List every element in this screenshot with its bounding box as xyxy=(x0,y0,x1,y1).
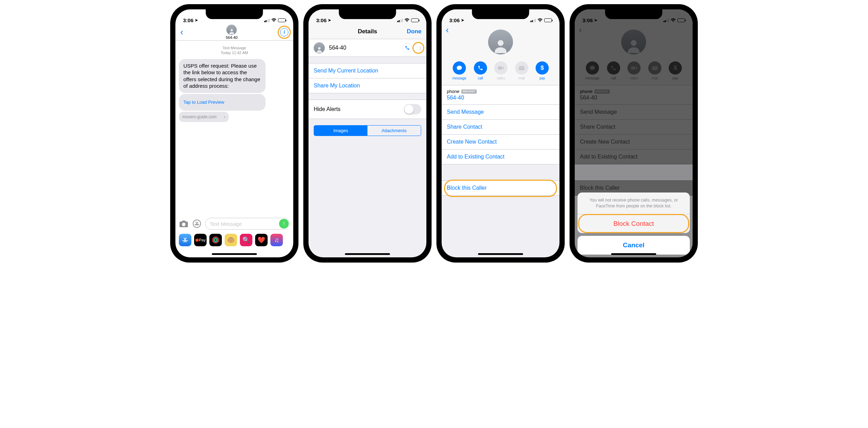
message-input[interactable]: Text Message↑ xyxy=(205,218,290,230)
input-bar: Text Message↑ xyxy=(175,215,293,232)
camera-icon[interactable] xyxy=(179,219,189,229)
contact-row[interactable]: 564-40 › xyxy=(309,39,426,57)
sheet-message: You will not receive phone calls, messag… xyxy=(578,192,690,214)
status-time: 3:06 xyxy=(316,17,327,23)
home-indicator[interactable] xyxy=(611,253,656,255)
message-action[interactable] xyxy=(453,61,466,75)
app-icon[interactable] xyxy=(209,234,222,246)
location-icon: ➤ xyxy=(328,18,331,23)
add-existing-cell[interactable]: Add to Existing Contact xyxy=(442,149,559,164)
notch xyxy=(472,9,529,19)
message-meta: Text MessageToday 11:42 AM xyxy=(179,45,290,55)
notch xyxy=(206,9,263,19)
video-action xyxy=(494,61,507,75)
home-indicator[interactable] xyxy=(345,253,390,255)
phone-mockup-4: 3:06➤ ‹ message call video mail $pay pho… xyxy=(570,4,698,263)
battery-icon xyxy=(411,18,419,22)
signal-icon xyxy=(264,19,270,22)
app-dock[interactable]: 🍎Pay 🐵 🔍 ❤️ ♫ xyxy=(175,232,293,248)
phone-mockup-2: 3:06➤ Details Done 564-40 › Send My Curr… xyxy=(303,4,432,263)
animoji-icon[interactable]: 🐵 xyxy=(225,234,237,246)
contact-name: 564-40 xyxy=(226,35,237,40)
wifi-icon xyxy=(271,17,277,23)
message-bubble[interactable]: USPS offer request: Please use the link … xyxy=(179,59,266,93)
highlight-ring xyxy=(578,214,689,233)
contact-actions: message call video mail $pay xyxy=(442,59,559,85)
back-button[interactable]: ‹ xyxy=(180,27,183,37)
wifi-icon xyxy=(537,17,543,23)
action-label: video xyxy=(494,76,507,80)
highlight-ring xyxy=(444,180,557,197)
preview-bubble[interactable]: Tap to Load Preview xyxy=(179,94,266,111)
send-message-cell[interactable]: Send Message xyxy=(442,105,559,120)
send-location-cell[interactable]: Send My Current Location xyxy=(309,63,426,78)
contact-label: 564-40 xyxy=(329,45,346,51)
send-button[interactable]: ↑ xyxy=(279,219,289,229)
phone-number: 564-40 xyxy=(447,95,554,101)
cancel-button[interactable]: Cancel xyxy=(578,236,690,255)
signal-icon xyxy=(530,19,536,22)
pay-action[interactable]: $ xyxy=(536,61,549,75)
battery-icon xyxy=(278,18,286,22)
nav-bar: ‹ 564-40 i xyxy=(175,24,293,41)
action-label: message xyxy=(452,76,467,80)
location-icon: ➤ xyxy=(461,18,464,23)
nav-bar: Details Done xyxy=(309,24,426,39)
share-location-cell[interactable]: Share My Location xyxy=(309,78,426,93)
mail-action xyxy=(515,61,528,75)
svg-point-3 xyxy=(215,239,217,241)
action-sheet: You will not receive phone calls, messag… xyxy=(575,190,693,257)
contact-avatar[interactable] xyxy=(226,25,237,35)
back-button[interactable]: ‹ xyxy=(446,25,449,35)
home-indicator[interactable] xyxy=(478,253,523,255)
home-indicator[interactable] xyxy=(212,253,257,255)
phone-mockup-1: 3:06➤ ‹ 564-40 i Text MessageToday 11:42… xyxy=(170,4,298,263)
app-icon[interactable]: ❤️ xyxy=(255,234,268,246)
notch xyxy=(605,9,662,19)
done-button[interactable]: Done xyxy=(407,28,422,35)
action-label: pay xyxy=(536,76,549,80)
action-label: call xyxy=(474,76,487,80)
svg-rect-5 xyxy=(519,66,524,70)
chat-area: Text MessageToday 11:42 AM USPS offer re… xyxy=(175,41,293,127)
notch xyxy=(339,9,396,19)
hide-alerts-cell: Hide Alerts xyxy=(309,100,426,119)
hide-alerts-toggle[interactable] xyxy=(404,104,421,114)
seg-images[interactable]: Images xyxy=(314,126,367,136)
create-contact-cell[interactable]: Create New Contact xyxy=(442,135,559,149)
apple-pay-icon[interactable]: 🍎Pay xyxy=(194,234,207,246)
link-preview[interactable]: movers-guide.com› xyxy=(179,112,229,122)
status-time: 3:06 xyxy=(449,17,460,23)
call-action[interactable] xyxy=(474,61,487,75)
svg-point-2 xyxy=(214,238,218,242)
highlight-ring xyxy=(413,42,424,54)
recent-badge: RECENT xyxy=(461,89,477,94)
wifi-icon xyxy=(404,17,410,23)
app-icon[interactable] xyxy=(179,234,191,246)
share-contact-cell[interactable]: Share Contact xyxy=(442,120,559,135)
battery-icon xyxy=(544,18,552,22)
status-time: 3:06 xyxy=(183,17,193,23)
app-icon[interactable]: 🔍 xyxy=(240,234,252,246)
location-icon: ➤ xyxy=(195,18,198,23)
action-label: mail xyxy=(515,76,528,80)
contact-header xyxy=(442,24,559,59)
appstore-icon[interactable] xyxy=(192,219,202,229)
music-icon[interactable]: ♫ xyxy=(270,234,283,246)
call-button[interactable] xyxy=(402,43,412,53)
highlight-ring xyxy=(278,26,291,39)
phone-mockup-3: 3:06➤ ‹ message call video mail $pay pho… xyxy=(436,4,565,263)
svg-rect-4 xyxy=(498,67,502,70)
segmented-control[interactable]: Images Attachments xyxy=(314,125,421,136)
contact-avatar-large xyxy=(488,29,513,54)
nav-title: Details xyxy=(358,28,377,35)
signal-icon xyxy=(397,19,403,22)
phone-cell[interactable]: phoneRECENT 564-40 xyxy=(442,85,559,105)
contact-avatar xyxy=(314,42,325,53)
seg-attachments[interactable]: Attachments xyxy=(367,126,421,136)
